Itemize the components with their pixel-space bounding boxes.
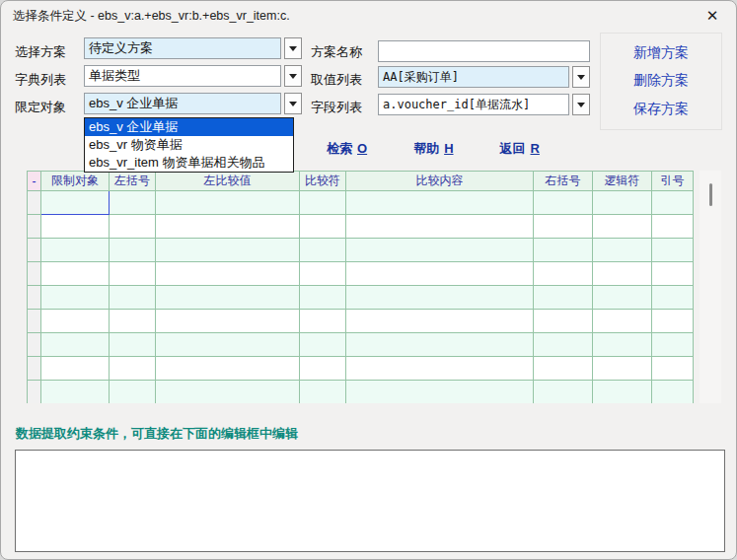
plan-name-input[interactable] — [378, 40, 590, 62]
table-cell[interactable] — [534, 381, 593, 404]
field-list-value[interactable]: a.voucher_id[单据流水] — [378, 94, 569, 115]
table-cell[interactable] — [156, 357, 300, 381]
table-cell[interactable] — [346, 381, 534, 404]
table-cell[interactable] — [41, 357, 110, 381]
row-header-cell[interactable] — [28, 310, 41, 333]
table-cell[interactable] — [156, 215, 300, 239]
table-cell[interactable] — [156, 262, 300, 286]
table-cell[interactable] — [156, 333, 300, 357]
table-cell[interactable] — [346, 191, 534, 215]
select-plan-combobox[interactable]: 待定义方案 — [84, 37, 302, 59]
table-cell[interactable] — [346, 286, 534, 310]
table-cell[interactable] — [300, 381, 346, 404]
table-cell[interactable] — [593, 239, 652, 262]
row-header-cell[interactable] — [28, 239, 41, 262]
table-cell[interactable] — [652, 381, 694, 404]
table-cell[interactable] — [346, 310, 534, 333]
table-cell[interactable] — [41, 215, 110, 239]
table-cell[interactable] — [593, 191, 652, 215]
command-link[interactable]: 返回R — [500, 140, 540, 158]
table-cell[interactable] — [652, 286, 694, 310]
table-cell[interactable] — [652, 262, 694, 286]
table-cell[interactable] — [300, 310, 346, 333]
limit-object-value[interactable]: ebs_v 企业单据 — [84, 93, 281, 114]
table-cell[interactable] — [110, 310, 156, 333]
row-header-cell[interactable] — [28, 215, 41, 239]
command-link[interactable]: 帮助H — [413, 140, 453, 158]
row-header-cell[interactable] — [28, 262, 41, 286]
table-cell[interactable] — [300, 239, 346, 262]
dropdown-item[interactable]: ebs_vr_item 物资单据相关物品 — [85, 154, 293, 172]
table-cell[interactable] — [41, 239, 110, 262]
dict-list-combobox[interactable]: 单据类型 — [84, 65, 302, 87]
chevron-down-icon[interactable] — [284, 65, 302, 87]
table-cell[interactable] — [652, 215, 694, 239]
table-cell[interactable] — [652, 333, 694, 357]
table-cell[interactable] — [534, 286, 593, 310]
table-cell[interactable] — [534, 239, 593, 262]
table-cell[interactable] — [346, 333, 534, 357]
table-cell[interactable] — [652, 191, 694, 215]
table-cell[interactable] — [593, 333, 652, 357]
table-cell[interactable] — [156, 191, 300, 215]
table-cell[interactable] — [41, 191, 110, 215]
table-cell[interactable] — [593, 310, 652, 333]
table-cell[interactable] — [534, 215, 593, 239]
chevron-down-icon[interactable] — [284, 93, 302, 114]
table-cell[interactable] — [652, 310, 694, 333]
table-cell[interactable] — [652, 357, 694, 381]
table-cell[interactable] — [300, 262, 346, 286]
close-icon[interactable]: ✕ — [699, 4, 726, 28]
table-cell[interactable] — [156, 239, 300, 262]
table-cell[interactable] — [110, 357, 156, 381]
table-cell[interactable] — [156, 381, 300, 404]
delete-plan-button[interactable]: 删除方案 — [633, 72, 689, 90]
chevron-down-icon[interactable] — [572, 66, 590, 88]
table-cell[interactable] — [300, 191, 346, 215]
table-cell[interactable] — [110, 262, 156, 286]
table-cell[interactable] — [300, 286, 346, 310]
table-cell[interactable] — [593, 357, 652, 381]
scrollbar-thumb[interactable] — [709, 183, 712, 206]
table-cell[interactable] — [110, 333, 156, 357]
table-cell[interactable] — [593, 262, 652, 286]
dict-list-value[interactable]: 单据类型 — [84, 65, 281, 87]
row-header-cell[interactable] — [28, 381, 41, 404]
table-cell[interactable] — [41, 381, 110, 404]
table-cell[interactable] — [534, 262, 593, 286]
table-cell[interactable] — [534, 310, 593, 333]
new-plan-button[interactable]: 新增方案 — [633, 44, 689, 62]
table-cell[interactable] — [156, 310, 300, 333]
table-cell[interactable] — [110, 191, 156, 215]
command-link[interactable]: 检索O — [327, 140, 367, 158]
table-cell[interactable] — [41, 286, 110, 310]
chevron-down-icon[interactable] — [284, 37, 302, 59]
table-cell[interactable] — [110, 215, 156, 239]
table-cell[interactable] — [346, 262, 534, 286]
dropdown-item[interactable]: ebs_vr 物资单据 — [85, 136, 293, 154]
table-cell[interactable] — [110, 381, 156, 404]
table-cell[interactable] — [593, 381, 652, 404]
table-cell[interactable] — [110, 286, 156, 310]
dropdown-item[interactable]: ebs_v 企业单据 — [85, 118, 293, 136]
row-header-cell[interactable] — [28, 286, 41, 310]
table-cell[interactable] — [110, 239, 156, 262]
table-cell[interactable] — [300, 357, 346, 381]
table-cell[interactable] — [300, 333, 346, 357]
table-cell[interactable] — [41, 310, 110, 333]
field-list-combobox[interactable]: a.voucher_id[单据流水] — [378, 94, 590, 115]
table-cell[interactable] — [346, 239, 534, 262]
table-cell[interactable] — [41, 262, 110, 286]
chevron-down-icon[interactable] — [572, 94, 590, 115]
table-cell[interactable] — [534, 333, 593, 357]
table-cell[interactable] — [346, 215, 534, 239]
table-cell[interactable] — [41, 333, 110, 357]
vertical-scrollbar[interactable] — [700, 171, 721, 403]
table-cell[interactable] — [346, 357, 534, 381]
row-header-cell[interactable] — [28, 333, 41, 357]
table-cell[interactable] — [534, 191, 593, 215]
value-list-combobox[interactable]: AA[采购订单] — [378, 66, 590, 88]
table-cell[interactable] — [156, 286, 300, 310]
table-cell[interactable] — [300, 215, 346, 239]
table-cell[interactable] — [593, 286, 652, 310]
